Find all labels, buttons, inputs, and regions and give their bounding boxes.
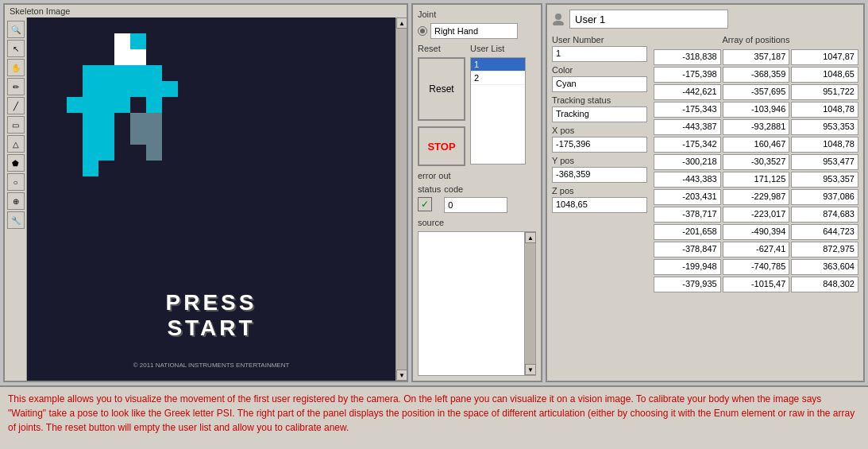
joint-radio[interactable]	[418, 26, 427, 36]
array-cell-1-1: -368,359	[723, 67, 790, 83]
svg-rect-15	[83, 97, 98, 113]
userlist-section: User List 1 2	[470, 44, 526, 166]
array-cell-10-2: 644,723	[791, 224, 858, 240]
array-cell-7-0: -443,383	[654, 172, 721, 188]
zpos-value: 1048,65	[552, 197, 647, 213]
image-area-wrapper: PRESS START © 2011 NATIONAL INSTRUMENTS …	[27, 17, 395, 381]
array-cell-8-0: -203,431	[654, 189, 721, 205]
svg-rect-18	[146, 97, 162, 113]
user-icon	[552, 13, 565, 25]
user-list[interactable]: 1 2	[470, 57, 526, 165]
array-cell-10-1: -490,394	[723, 224, 790, 240]
user-title-input[interactable]	[569, 10, 728, 29]
stop-button[interactable]: STOP	[418, 126, 465, 166]
svg-rect-8	[146, 65, 162, 81]
skeleton-image-area: PRESS START © 2011 NATIONAL INSTRUMENTS …	[27, 17, 395, 381]
list-item-6[interactable]	[471, 95, 525, 98]
svg-rect-29	[98, 129, 114, 145]
svg-rect-25	[146, 113, 162, 129]
array-cell-7-2: 953,357	[791, 172, 858, 188]
code-label: code	[444, 184, 507, 194]
array-cell-9-0: -378,717	[654, 207, 721, 223]
array-cell-12-0: -199,948	[654, 259, 721, 275]
reset-label: Reset	[418, 44, 465, 53]
scroll-up-btn[interactable]: ▲	[396, 17, 407, 29]
list-item-2[interactable]: 2	[471, 72, 525, 85]
rect-tool[interactable]: ▭	[7, 116, 25, 134]
svg-point-35	[553, 21, 564, 25]
pencil-tool[interactable]: ✏	[7, 78, 25, 95]
array-cell-8-2: 937,086	[791, 189, 858, 205]
source-scroll-up[interactable]: ▲	[525, 232, 536, 243]
bottom-description: This example allows you to visualize the…	[0, 385, 868, 449]
svg-rect-11	[130, 81, 146, 97]
svg-rect-28	[146, 145, 162, 161]
svg-rect-23	[83, 113, 98, 129]
svg-rect-12	[83, 81, 98, 97]
user-number-field: User Number 1	[552, 35, 647, 62]
press-start-text: PRESS START	[166, 290, 257, 341]
svg-rect-27	[146, 129, 162, 145]
reset-section: Reset Reset STOP	[418, 44, 465, 166]
tracking-status-label: Tracking status	[552, 95, 647, 105]
array-cell-4-1: -93,2881	[723, 119, 790, 135]
polygon-tool[interactable]: ⬟	[7, 154, 25, 172]
line-tool[interactable]: ╱	[7, 97, 25, 114]
user-header	[552, 10, 858, 29]
array-cell-12-2: 363,604	[791, 259, 858, 275]
array-cell-2-1: -357,695	[723, 84, 790, 100]
source-scrollbar[interactable]: ▲ ▼	[524, 232, 535, 375]
description-text: This example allows you to visualize the…	[8, 393, 854, 433]
triangle-tool[interactable]: △	[7, 135, 25, 153]
array-cell-6-0: -300,218	[654, 154, 721, 170]
svg-rect-17	[146, 81, 162, 97]
array-cell-8-1: -229,987	[723, 189, 790, 205]
zpos-label: Z pos	[552, 186, 647, 195]
zpos-field: Z pos 1048,65	[552, 186, 647, 213]
array-cell-3-0: -175,343	[654, 102, 721, 118]
reset-button[interactable]: Reset	[418, 57, 465, 121]
array-cell-5-1: 160,467	[723, 137, 790, 153]
ypos-value: -368,359	[552, 167, 647, 183]
array-cell-4-0: -443,387	[654, 119, 721, 135]
source-textarea[interactable]: ▲ ▼	[418, 231, 536, 376]
circle-tool[interactable]: ○	[7, 173, 25, 191]
skeleton-panel-title: Skeleton Image	[5, 5, 407, 17]
code-input[interactable]	[444, 197, 507, 213]
source-scroll-track[interactable]	[525, 243, 535, 364]
array-cell-9-2: 874,683	[791, 207, 858, 223]
joint-input-row	[418, 23, 536, 39]
vertical-scrollbar[interactable]: ▲ ▼	[395, 17, 407, 381]
press-text: PRESS	[166, 290, 257, 315]
userlist-label: User List	[470, 44, 526, 53]
svg-point-34	[555, 14, 561, 20]
svg-rect-20	[130, 49, 146, 65]
scroll-down-btn[interactable]: ▼	[396, 370, 407, 381]
array-cell-11-1: -627,41	[723, 242, 790, 257]
array-cell-0-0: -318,838	[654, 49, 721, 65]
array-cell-6-2: 953,477	[791, 154, 858, 170]
list-item-1[interactable]: 1	[471, 58, 525, 72]
scroll-track-v[interactable]	[396, 29, 407, 370]
array-cell-3-1: -103,946	[723, 102, 790, 118]
array-cell-13-1: -1015,47	[723, 277, 790, 292]
select-tool[interactable]: ↖	[7, 40, 25, 57]
array-positions-col: Array of positions -318,838357,1871047,8…	[654, 35, 858, 376]
source-section: source ▲ ▼	[418, 218, 536, 376]
color-value: Cyan	[552, 76, 647, 92]
pan-tool[interactable]: ✋	[7, 59, 25, 76]
error-label: error out	[418, 171, 536, 180]
tracking-value: Tracking	[552, 106, 647, 122]
array-cell-0-1: 357,187	[723, 49, 790, 65]
color-field: Color Cyan	[552, 65, 647, 92]
array-cell-1-2: 1048,65	[791, 67, 858, 83]
reset-userlist-row: Reset Reset STOP User List 1 2	[418, 44, 536, 166]
crosshair-tool[interactable]: ⊕	[7, 192, 25, 210]
source-scroll-down[interactable]: ▼	[525, 364, 536, 375]
settings-tool[interactable]: 🔧	[7, 211, 25, 229]
svg-rect-19	[162, 81, 178, 97]
joint-input[interactable]	[430, 23, 518, 39]
user-number-value: 1	[552, 46, 647, 62]
xpos-value: -175,396	[552, 137, 647, 153]
zoom-tool[interactable]: 🔍	[7, 21, 25, 38]
